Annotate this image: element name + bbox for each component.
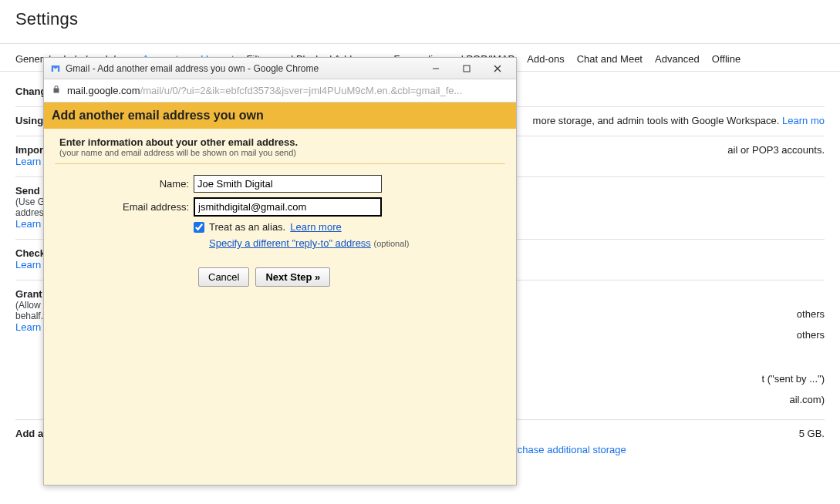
info-line-1: Enter information about your other email… (55, 136, 505, 148)
add-text: 5 GB. (799, 428, 825, 439)
name-input[interactable] (194, 175, 382, 193)
using-text: more storage, and admin tools with Googl… (533, 115, 780, 126)
window-title: Gmail - Add another email address you ow… (66, 63, 319, 74)
svg-rect-1 (464, 66, 470, 72)
reply-to-link[interactable]: Specify a different "reply-to" address (209, 237, 371, 249)
close-button[interactable] (482, 59, 513, 79)
import-text: ail or POP3 accounts. (727, 144, 825, 156)
gmail-icon (50, 63, 61, 74)
url-host: mail.google.com (67, 85, 140, 96)
address-bar[interactable]: mail.google.com/mail/u/0/?ui=2&ik=ebfcfd… (44, 79, 516, 102)
lock-icon (52, 85, 61, 96)
using-learn-link[interactable]: Learn mo (782, 115, 825, 126)
page-title: Settings (0, 0, 840, 43)
info-line-2: (your name and email address will be sho… (55, 148, 505, 164)
minimize-button[interactable] (420, 59, 451, 79)
next-step-button[interactable]: Next Step » (255, 267, 330, 287)
email-label: Email address: (55, 201, 194, 213)
tab-offline[interactable]: Offline (712, 53, 740, 65)
tab-chat[interactable]: Chat and Meet (577, 53, 643, 65)
tab-addons[interactable]: Add-ons (527, 53, 564, 65)
maximize-button[interactable] (451, 59, 482, 79)
alias-checkbox[interactable] (194, 222, 204, 233)
popup-body: Enter information about your other email… (44, 129, 516, 485)
cancel-button[interactable]: Cancel (198, 267, 249, 287)
optional-text: (optional) (374, 239, 410, 248)
window-titlebar[interactable]: Gmail - Add another email address you ow… (44, 58, 516, 79)
popup-header: Add another email address you own (44, 102, 516, 129)
popup-window: Gmail - Add another email address you ow… (43, 57, 517, 486)
alias-learn-link[interactable]: Learn more (290, 221, 341, 233)
alias-label: Treat as an alias. (209, 221, 285, 233)
name-label: Name: (55, 178, 194, 190)
url-path: /mail/u/0/?ui=2&ik=ebfcfd3573&jsver=jml4… (140, 85, 463, 96)
tab-advanced[interactable]: Advanced (655, 53, 700, 65)
email-input[interactable] (194, 197, 382, 217)
add-purchase-link[interactable]: Purchase additional storage (502, 444, 626, 455)
